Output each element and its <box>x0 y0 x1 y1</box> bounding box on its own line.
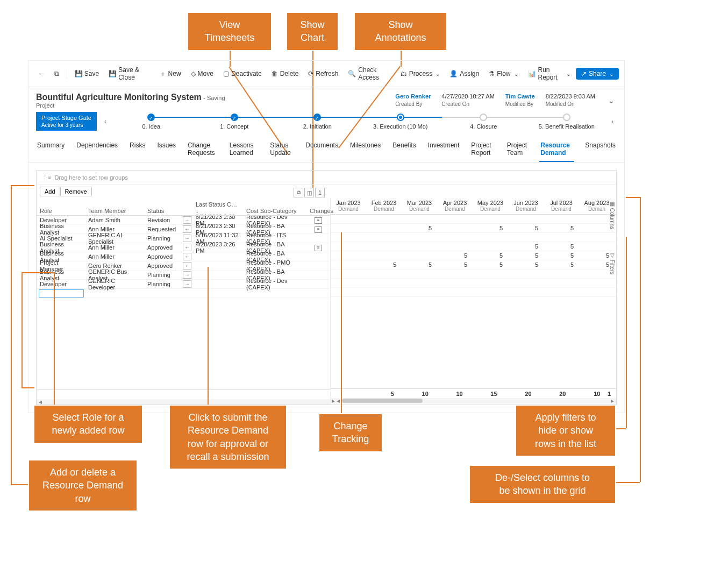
demand-cell[interactable]: 5 <box>544 243 579 250</box>
h-scroll-left[interactable]: ◂ <box>37 399 330 405</box>
month-header[interactable]: Jul 2023Demand <box>544 199 579 214</box>
month-header[interactable]: May 2023Demand <box>473 199 508 214</box>
demand-cell[interactable]: 5 <box>366 261 402 268</box>
filters-panel-toggle[interactable]: ▽ Filters <box>608 249 616 278</box>
month-header[interactable]: Jan 2023Demand <box>331 199 366 214</box>
check-access-button[interactable]: 🔍Check Access <box>344 64 395 83</box>
table-row-values[interactable] <box>331 215 616 224</box>
save-button[interactable]: 💾Save <box>70 68 103 80</box>
stage-prev[interactable]: ‹ <box>101 116 110 127</box>
month-header[interactable]: Apr 2023Demand <box>437 199 473 214</box>
stage-1[interactable]: ✓1. Concept <box>192 114 276 130</box>
view-timesheets-button[interactable]: ⧉ <box>294 188 303 197</box>
tab-resource-demand[interactable]: Resource Demand <box>539 138 574 162</box>
table-row-values[interactable]: 5555 <box>331 224 616 233</box>
demand-cell[interactable]: 5 <box>508 252 544 259</box>
demand-cell[interactable]: 5 <box>508 261 544 268</box>
move-button[interactable]: ◇Move <box>187 68 218 80</box>
tab-change-requests[interactable]: Change Requests <box>187 138 219 162</box>
submit-recall-button[interactable]: → <box>183 216 191 224</box>
refresh-button[interactable]: ⟳Refresh <box>304 68 342 80</box>
flow-button[interactable]: ⚗Flow⌄ <box>484 68 522 80</box>
table-row-values[interactable]: 55 <box>331 242 616 251</box>
delete-button[interactable]: 🗑Delete <box>267 68 303 80</box>
stage-3[interactable]: 3. Execution (10 Mo) <box>359 114 442 130</box>
submit-recall-button[interactable]: → <box>183 271 191 279</box>
demand-cell[interactable]: 5 <box>473 225 508 231</box>
open-new-window-button[interactable]: ⧉ <box>50 68 63 80</box>
table-row-values[interactable]: 5555555 <box>331 260 616 270</box>
submit-recall-button[interactable]: ← <box>183 262 191 270</box>
stage-badge[interactable]: Project Stage Gate Active for 3 years <box>36 112 97 131</box>
columns-panel-toggle[interactable]: ▦ Columns <box>608 197 616 232</box>
submit-recall-button[interactable]: ← <box>183 225 191 233</box>
month-header[interactable]: Feb 2023Demand <box>366 199 402 214</box>
table-row-values[interactable]: 55555 <box>331 251 616 260</box>
col-header-changes[interactable]: Changes <box>306 207 330 215</box>
stage-4[interactable]: 4. Closure <box>442 114 525 130</box>
assign-button[interactable]: 👤Assign <box>445 68 483 80</box>
changes-icon[interactable]: ≡ <box>315 226 322 233</box>
submit-recall-button[interactable]: ← <box>183 244 191 251</box>
stage-next[interactable]: › <box>608 116 617 127</box>
tab-project-report[interactable]: Project Report <box>470 138 496 162</box>
h-scroll-right[interactable]: ▸ ◂▸ <box>331 398 616 403</box>
col-header-cost-sub[interactable]: Cost Sub-Category <box>243 207 306 215</box>
remove-row-button[interactable]: Remove <box>60 187 92 196</box>
tab-snapshots[interactable]: Snapshots <box>584 138 617 162</box>
tab-investment[interactable]: Investment <box>427 138 461 162</box>
tab-risks[interactable]: Risks <box>129 138 146 162</box>
demand-cell[interactable]: 5 <box>437 252 473 259</box>
table-row-values[interactable] <box>331 233 616 242</box>
tab-milestones[interactable]: Milestones <box>349 138 382 162</box>
table-row[interactable]: DeveloperGENERIC DeveloperPlanning→Resou… <box>37 280 330 289</box>
tab-lessons-learned[interactable]: Lessons Learned <box>229 138 259 162</box>
submit-recall-button[interactable]: ← <box>183 253 191 260</box>
tab-benefits[interactable]: Benefits <box>391 138 417 162</box>
row-groups-dropzone[interactable]: ⋮≡ Drag here to set row groups <box>37 171 616 185</box>
demand-cell[interactable]: 5 <box>508 243 544 250</box>
process-button[interactable]: 🗂Process⌄ <box>396 68 444 80</box>
tab-issues[interactable]: Issues <box>156 138 177 162</box>
stage-0[interactable]: ✓0. Idea <box>110 114 193 130</box>
show-annotations-button[interactable]: 1 <box>315 188 325 197</box>
tab-summary[interactable]: Summary <box>36 138 66 162</box>
run-report-button[interactable]: 📊Run Report⌄ <box>524 64 575 83</box>
tab-project-team[interactable]: Project Team <box>506 138 530 162</box>
submit-recall-button[interactable]: → <box>183 235 191 242</box>
tab-documents[interactable]: Documents <box>304 138 339 162</box>
col-header-status[interactable]: Status <box>144 207 180 215</box>
stage-5[interactable]: 5. Benefit Realisation <box>525 114 609 130</box>
demand-cell[interactable]: 5 <box>402 261 437 268</box>
header-expand[interactable]: ⌄ <box>606 94 617 107</box>
demand-cell[interactable]: 5 <box>544 252 579 259</box>
deactivate-button[interactable]: ▢Deactivate <box>219 68 266 80</box>
table-row-values[interactable] <box>331 279 616 288</box>
demand-cell[interactable]: 5 <box>544 261 579 268</box>
demand-cell[interactable]: 5 <box>473 261 508 268</box>
save-close-button[interactable]: 💾Save & Close <box>104 64 154 83</box>
col-header-role[interactable]: Role <box>37 207 85 215</box>
demand-cell[interactable]: 5 <box>402 225 437 231</box>
demand-cell[interactable]: 5 <box>508 225 544 231</box>
table-row-values[interactable] <box>331 270 616 279</box>
demand-cell[interactable]: 5 <box>473 252 508 259</box>
show-chart-button[interactable]: ◫ <box>304 188 314 197</box>
tab-dependencies[interactable]: Dependencies <box>75 138 119 162</box>
changes-icon[interactable]: ≡ <box>315 217 322 224</box>
new-row-role-input[interactable] <box>39 289 84 297</box>
tab-status-update[interactable]: Status Update <box>269 138 295 162</box>
stage-2[interactable]: ✓2. Initiation <box>276 114 359 130</box>
submit-recall-button[interactable]: → <box>183 280 191 288</box>
changes-icon[interactable]: ≡ <box>315 245 322 251</box>
new-button[interactable]: ＋New <box>155 67 185 81</box>
back-button[interactable]: ← <box>34 68 49 80</box>
month-header[interactable]: Jun 2023Demand <box>508 199 544 214</box>
month-header[interactable]: Mar 2023Demand <box>402 199 437 214</box>
add-row-button[interactable]: Add <box>40 187 60 196</box>
demand-cell[interactable]: 5 <box>437 261 473 268</box>
col-header-team-member[interactable]: Team Member <box>85 207 144 215</box>
share-button[interactable]: ↗Share⌄ <box>576 68 619 80</box>
demand-cell[interactable]: 5 <box>544 225 579 231</box>
col-header-last-status[interactable]: Last Status C… ↓ <box>192 200 243 215</box>
